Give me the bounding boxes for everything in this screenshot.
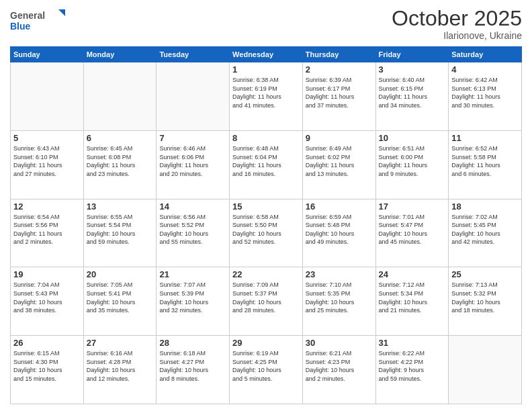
day-number: 1 bbox=[232, 64, 300, 75]
day-number: 13 bbox=[87, 201, 154, 212]
day-number: 26 bbox=[13, 338, 81, 348]
calendar-week-row: 12Sunrise: 6:54 AM Sunset: 5:56 PM Dayli… bbox=[11, 199, 522, 267]
table-row: 28Sunrise: 6:18 AM Sunset: 4:27 PM Dayli… bbox=[157, 336, 230, 404]
table-row: 2Sunrise: 6:39 AM Sunset: 6:17 PM Daylig… bbox=[302, 62, 375, 131]
table-row bbox=[83, 62, 157, 131]
table-row: 17Sunrise: 7:01 AM Sunset: 5:47 PM Dayli… bbox=[375, 199, 449, 267]
location: Ilarionove, Ukraine bbox=[392, 30, 522, 41]
table-row: 16Sunrise: 6:59 AM Sunset: 5:48 PM Dayli… bbox=[302, 199, 375, 267]
svg-text:Blue: Blue bbox=[10, 21, 31, 32]
day-info: Sunrise: 6:59 AM Sunset: 5:48 PM Dayligh… bbox=[306, 213, 373, 246]
logo-block: General Blue bbox=[10, 7, 71, 40]
day-info: Sunrise: 7:09 AM Sunset: 5:37 PM Dayligh… bbox=[232, 281, 300, 314]
day-info: Sunrise: 6:51 AM Sunset: 6:00 PM Dayligh… bbox=[379, 144, 446, 178]
day-info: Sunrise: 6:18 AM Sunset: 4:27 PM Dayligh… bbox=[159, 349, 226, 383]
table-row: 20Sunrise: 7:05 AM Sunset: 5:41 PM Dayli… bbox=[83, 267, 157, 336]
logo: General Blue bbox=[10, 7, 71, 40]
table-row: 26Sunrise: 6:15 AM Sunset: 4:30 PM Dayli… bbox=[11, 336, 84, 404]
calendar-week-row: 19Sunrise: 7:04 AM Sunset: 5:43 PM Dayli… bbox=[11, 267, 522, 336]
day-info: Sunrise: 7:13 AM Sunset: 5:32 PM Dayligh… bbox=[451, 281, 519, 314]
day-info: Sunrise: 6:58 AM Sunset: 5:50 PM Dayligh… bbox=[232, 213, 300, 246]
day-info: Sunrise: 6:52 AM Sunset: 5:58 PM Dayligh… bbox=[451, 144, 519, 178]
table-row: 12Sunrise: 6:54 AM Sunset: 5:56 PM Dayli… bbox=[11, 199, 84, 267]
table-row: 13Sunrise: 6:55 AM Sunset: 5:54 PM Dayli… bbox=[83, 199, 157, 267]
day-number: 4 bbox=[451, 64, 519, 75]
day-info: Sunrise: 7:07 AM Sunset: 5:39 PM Dayligh… bbox=[159, 281, 226, 314]
col-wednesday: Wednesday bbox=[230, 47, 303, 62]
day-number: 20 bbox=[87, 269, 154, 279]
day-info: Sunrise: 6:16 AM Sunset: 4:28 PM Dayligh… bbox=[87, 349, 154, 383]
day-number: 2 bbox=[306, 64, 373, 75]
day-number: 28 bbox=[159, 338, 226, 348]
day-info: Sunrise: 6:40 AM Sunset: 6:15 PM Dayligh… bbox=[379, 76, 446, 109]
col-friday: Friday bbox=[375, 47, 449, 62]
table-row: 22Sunrise: 7:09 AM Sunset: 5:37 PM Dayli… bbox=[230, 267, 303, 336]
title-block: October 2025 Ilarionove, Ukraine bbox=[392, 7, 522, 41]
day-info: Sunrise: 6:19 AM Sunset: 4:25 PM Dayligh… bbox=[232, 349, 300, 383]
calendar-week-row: 26Sunrise: 6:15 AM Sunset: 4:30 PM Dayli… bbox=[11, 336, 522, 404]
day-info: Sunrise: 6:39 AM Sunset: 6:17 PM Dayligh… bbox=[306, 76, 373, 109]
table-row: 25Sunrise: 7:13 AM Sunset: 5:32 PM Dayli… bbox=[449, 267, 522, 336]
table-row: 30Sunrise: 6:21 AM Sunset: 4:23 PM Dayli… bbox=[302, 336, 375, 404]
day-info: Sunrise: 6:56 AM Sunset: 5:52 PM Dayligh… bbox=[159, 213, 226, 246]
day-number: 21 bbox=[159, 269, 226, 279]
day-info: Sunrise: 7:05 AM Sunset: 5:41 PM Dayligh… bbox=[87, 281, 154, 314]
col-monday: Monday bbox=[83, 47, 157, 62]
day-number: 25 bbox=[451, 269, 519, 279]
table-row: 29Sunrise: 6:19 AM Sunset: 4:25 PM Dayli… bbox=[230, 336, 303, 404]
svg-marker-1 bbox=[58, 9, 65, 16]
month-title: October 2025 bbox=[392, 7, 522, 30]
day-number: 23 bbox=[306, 269, 373, 279]
day-info: Sunrise: 6:42 AM Sunset: 6:13 PM Dayligh… bbox=[451, 76, 519, 109]
day-number: 8 bbox=[232, 133, 300, 143]
table-row: 7Sunrise: 6:46 AM Sunset: 6:06 PM Daylig… bbox=[157, 130, 230, 199]
day-number: 31 bbox=[379, 338, 446, 348]
header: General Blue October 2025 Ilarionove, Uk… bbox=[10, 7, 522, 41]
day-info: Sunrise: 6:46 AM Sunset: 6:06 PM Dayligh… bbox=[159, 144, 226, 178]
table-row: 5Sunrise: 6:43 AM Sunset: 6:10 PM Daylig… bbox=[11, 130, 84, 199]
table-row: 8Sunrise: 6:48 AM Sunset: 6:04 PM Daylig… bbox=[230, 130, 303, 199]
day-info: Sunrise: 7:02 AM Sunset: 5:45 PM Dayligh… bbox=[451, 213, 519, 246]
table-row: 24Sunrise: 7:12 AM Sunset: 5:34 PM Dayli… bbox=[375, 267, 449, 336]
day-number: 3 bbox=[379, 64, 446, 75]
col-sunday: Sunday bbox=[11, 47, 84, 62]
table-row: 6Sunrise: 6:45 AM Sunset: 6:08 PM Daylig… bbox=[83, 130, 157, 199]
day-number: 19 bbox=[13, 269, 81, 279]
day-info: Sunrise: 6:48 AM Sunset: 6:04 PM Dayligh… bbox=[232, 144, 300, 178]
col-saturday: Saturday bbox=[449, 47, 522, 62]
table-row: 14Sunrise: 6:56 AM Sunset: 5:52 PM Dayli… bbox=[157, 199, 230, 267]
calendar-week-row: 1Sunrise: 6:38 AM Sunset: 6:19 PM Daylig… bbox=[11, 62, 522, 131]
calendar-header-row: Sunday Monday Tuesday Wednesday Thursday… bbox=[11, 47, 522, 62]
day-number: 16 bbox=[306, 201, 373, 212]
day-number: 6 bbox=[87, 133, 154, 143]
table-row: 3Sunrise: 6:40 AM Sunset: 6:15 PM Daylig… bbox=[375, 62, 449, 131]
table-row: 1Sunrise: 6:38 AM Sunset: 6:19 PM Daylig… bbox=[230, 62, 303, 131]
day-number: 11 bbox=[451, 133, 519, 143]
day-info: Sunrise: 6:55 AM Sunset: 5:54 PM Dayligh… bbox=[87, 213, 154, 246]
day-info: Sunrise: 6:22 AM Sunset: 4:22 PM Dayligh… bbox=[379, 349, 446, 383]
day-number: 7 bbox=[159, 133, 226, 143]
col-thursday: Thursday bbox=[302, 47, 375, 62]
day-info: Sunrise: 6:49 AM Sunset: 6:02 PM Dayligh… bbox=[306, 144, 373, 178]
day-number: 9 bbox=[306, 133, 373, 143]
table-row: 23Sunrise: 7:10 AM Sunset: 5:35 PM Dayli… bbox=[302, 267, 375, 336]
day-number: 15 bbox=[232, 201, 300, 212]
day-number: 5 bbox=[13, 133, 81, 143]
table-row: 18Sunrise: 7:02 AM Sunset: 5:45 PM Dayli… bbox=[449, 199, 522, 267]
day-number: 27 bbox=[87, 338, 154, 348]
day-number: 29 bbox=[232, 338, 300, 348]
col-tuesday: Tuesday bbox=[157, 47, 230, 62]
page: General Blue October 2025 Ilarionove, Uk… bbox=[0, 0, 532, 411]
day-info: Sunrise: 6:54 AM Sunset: 5:56 PM Dayligh… bbox=[13, 213, 81, 246]
day-info: Sunrise: 6:43 AM Sunset: 6:10 PM Dayligh… bbox=[13, 144, 81, 178]
table-row: 15Sunrise: 6:58 AM Sunset: 5:50 PM Dayli… bbox=[230, 199, 303, 267]
day-number: 10 bbox=[379, 133, 446, 143]
table-row: 19Sunrise: 7:04 AM Sunset: 5:43 PM Dayli… bbox=[11, 267, 84, 336]
day-info: Sunrise: 6:15 AM Sunset: 4:30 PM Dayligh… bbox=[13, 349, 81, 383]
table-row bbox=[11, 62, 84, 131]
day-number: 12 bbox=[13, 201, 81, 212]
day-info: Sunrise: 6:45 AM Sunset: 6:08 PM Dayligh… bbox=[87, 144, 154, 178]
table-row: 10Sunrise: 6:51 AM Sunset: 6:00 PM Dayli… bbox=[375, 130, 449, 199]
svg-text:General: General bbox=[10, 10, 45, 21]
table-row: 27Sunrise: 6:16 AM Sunset: 4:28 PM Dayli… bbox=[83, 336, 157, 404]
